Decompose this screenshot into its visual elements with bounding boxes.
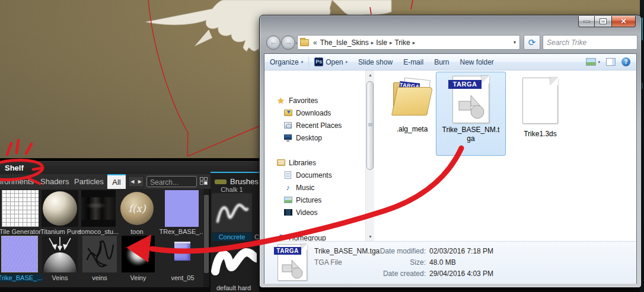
shelf-search-input[interactable] [147,178,196,188]
navigation-pane-scrollbar[interactable]: ▲ ▼ [365,70,374,241]
generic-file-icon [522,78,558,124]
shelf-item-titanium-pure[interactable] [42,190,78,227]
libraries-folder-icon [276,158,285,167]
scrollbar-thumb[interactable] [366,81,374,170]
tile-generator-thumbnail [2,190,39,227]
back-button[interactable]: ← [266,36,280,50]
tab-all[interactable]: All [107,174,126,189]
trex-normalmap-thumbnail [165,190,199,227]
toon-sphere-thumbnail: f(x) [120,192,154,225]
shelf-item-toon[interactable]: f(x) [120,190,154,225]
new-folder-button[interactable]: New folder [455,54,499,70]
file-label-line1: Trike_BASE_NM.t [436,126,505,134]
shelf-item-label: TRex_BASE_... [159,228,205,236]
breadcrumb-overflow-chevron[interactable]: « [312,38,318,47]
shelf-item-trike-base-selected[interactable] [1,236,38,272]
explorer-window: ✕ ← → ▾ « The_Isle_Skins ▸ Isle ▸ Trike … [259,15,642,288]
sidebar-item-recent-places[interactable]: Recent Places [283,120,378,130]
maximize-icon [600,19,606,24]
file-list-pane[interactable]: TARGA .alg_meta TARGA [374,70,636,241]
brush-label-default-hard: default hard [211,284,257,291]
shelf-item-vent05[interactable] [164,236,202,272]
shelf-item-veins-dome[interactable] [42,236,78,272]
shelf-scrollbar-thumb[interactable] [204,195,209,273]
window-client-area: Organize▾ PsOpen▾ Slide show E-mail Burn… [264,53,637,284]
size-label: Size: [359,258,426,267]
brush-item-concrete[interactable] [212,193,252,232]
tab-prev-icon[interactable]: ◀ [130,179,134,184]
tab-next-icon[interactable]: ▶ [138,179,142,184]
address-bar[interactable]: « The_Isle_Skins ▸ Isle ▸ Trike ▸ ▾ [297,35,520,50]
explorer-search-box [543,35,637,50]
window-controls: ✕ [578,16,636,27]
tab-particles[interactable]: Particles [74,174,104,189]
brushes-swatch-icon [215,179,227,184]
minimize-button[interactable] [578,16,595,27]
shelf-item-label: Veiny [118,274,158,282]
shelf-item-label: vent_05 [164,274,202,282]
shelf-item-tomoco[interactable] [81,190,116,227]
address-dropdown-caret-icon[interactable]: ▾ [514,40,519,45]
tab-shaders[interactable]: Shaders [40,174,69,189]
photoshop-icon: Ps [314,57,323,66]
downloads-folder-icon [283,108,292,117]
close-button[interactable]: ✕ [611,16,636,27]
sidebar-item-favorites[interactable]: ★Favorites [276,95,371,105]
scroll-down-icon[interactable]: ▼ [366,232,375,241]
forward-button[interactable]: → [281,36,295,50]
refresh-button[interactable]: ⟳ [524,35,540,50]
shelf-item-tile-generator[interactable] [2,190,39,227]
sidebar-item-libraries[interactable]: Libraries [276,158,371,168]
file-label: Trike1.3ds [512,130,569,139]
clipped-brush-label: Chalk 1 [211,187,253,192]
explorer-search-input[interactable] [543,38,643,47]
file-item-alg-meta[interactable]: TARGA .alg_meta [384,75,441,153]
organize-button[interactable]: Organize▾ [264,54,308,70]
file-item-trike-base-nm-tga[interactable]: TARGA Trike_BASE_NM.t ga [436,72,506,156]
details-row-created: Date created: 29/04/2016 4:03 PM [359,269,632,281]
open-button[interactable]: PsOpen▾ [309,54,353,70]
close-icon: ✕ [620,17,626,25]
trike-normalmap-thumbnail [1,236,38,272]
scroll-up-icon[interactable]: ▲ [366,70,375,79]
clipped-second-column-label: C [254,233,259,241]
shelf-item-label: toon [117,228,157,236]
sidebar-item-downloads[interactable]: Downloads [283,108,378,118]
breadcrumb-trike[interactable]: Trike [393,38,412,47]
sidebar-item-pictures[interactable]: Pictures [283,195,378,205]
shelf-item-veiny[interactable] [122,236,155,272]
shelf-item-label: Veins [39,274,81,282]
change-view-button[interactable]: ▾ [586,58,600,66]
crumb-separator-icon[interactable]: ▸ [412,40,416,46]
videos-filmstrip-icon [283,208,292,217]
views-icon [586,58,596,66]
vent-cube-thumbnail [164,236,202,272]
email-button[interactable]: E-mail [398,54,429,70]
slide-show-button[interactable]: Slide show [353,54,398,70]
sidebar-item-desktop[interactable]: Desktop [283,133,378,143]
file-item-trike1-3ds[interactable]: Trike1.3ds [512,75,569,153]
sidebar-item-music[interactable]: ♪Music [283,182,378,192]
desktop-monitor-icon [283,133,292,142]
tab-environments[interactable]: ironments [0,174,34,189]
brush-item-default-hard[interactable] [211,243,257,284]
shelf-layout-grid-icon[interactable] [200,177,208,185]
dropdown-caret-icon: ▾ [598,60,600,65]
pictures-icon [283,195,292,204]
sidebar-item-videos[interactable]: Videos [283,207,378,217]
shelf-item-trex-base[interactable] [165,190,199,227]
breadcrumb-the-isle-skins[interactable]: The_Isle_Skins [318,38,371,47]
maximize-button[interactable] [595,16,611,27]
burn-button[interactable]: Burn [429,54,454,70]
shelf-item-veins-scribble[interactable] [82,236,117,272]
targa-badge: TARGA [274,247,301,255]
sidebar-item-documents[interactable]: Documents [283,170,378,180]
shelf-scrollbar[interactable] [203,189,209,287]
concrete-brush-stroke [212,193,252,232]
dropdown-caret-icon: ▾ [346,60,348,65]
date-created-label: Date created: [359,269,426,278]
breadcrumb-isle[interactable]: Isle [374,38,389,47]
tab-scroll-arrows: ◀▶ [128,176,144,187]
preview-pane-button[interactable] [606,58,616,66]
help-button[interactable]: ? [621,57,630,66]
